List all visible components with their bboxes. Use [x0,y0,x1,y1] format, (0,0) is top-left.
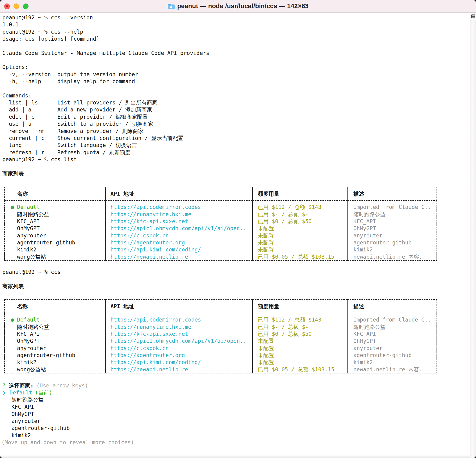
select-option[interactable]: kimik2 [2,432,469,439]
split-pane-icon [471,15,475,18]
table-row: ●Default https://api.codemirror.codes 已用… [4,200,437,211]
select-option[interactable]: agentrouter-github [2,424,469,432]
terminal-line: edit | e Edit a provider / 编辑商家配置 [2,113,469,120]
provider-quota: 未配置 [253,246,347,253]
blank-line [2,163,469,170]
active-dot-icon: ● [11,204,14,210]
terminal-line [2,57,469,64]
provider-quota: 已用 $0.05 / 总额 $103.15 [253,253,347,260]
provider-name-cell: ●agentrouter-github [4,239,106,246]
terminal-line: peanut@192 ~ % ccs list [2,156,469,163]
terminal-line: lang Switch language / 切换语言 [2,142,469,149]
minimize-button[interactable] [14,3,19,9]
select-option-selected[interactable]: ❯Default(当前) [2,389,469,396]
table-row: ●OhMyGPT https://apic1.ohmycdn.com/api/v… [4,225,437,232]
terminal-line: -h, --help display help for command [2,78,469,85]
traffic-lights [4,0,28,13]
question-mark-icon: ? [2,382,6,389]
provider-url[interactable]: https://api.codemirror.codes [106,313,253,323]
col-header-name: 名称 [4,300,106,313]
provider-name-cell: ●anyrouter [4,232,106,239]
terminal-line: current | c Show current configuration /… [2,135,469,142]
provider-url[interactable]: https://api.codemirror.codes [106,200,253,211]
terminal-line: Usage: ccs [options] [command] [2,35,469,42]
provider-url[interactable]: https://c.cspok.cn [106,345,253,352]
provider-table-2: 名称 API 地址 额度用量 描述 ●Default https://api.c… [4,299,437,373]
table-row: ●wong公益站 https://newapi.netlib.re 已用 $0.… [4,253,437,260]
terminal-line: Commands: [2,92,469,99]
provider-name: anyrouter [17,345,46,351]
table-row: ●KFC_API https://kfc-api.sxxe.net 已用 $0 … [4,218,437,225]
terminal-line: Claude Code Switcher - Manage multiple C… [2,50,469,57]
provider-url[interactable]: https://apic1.ohmycdn.com/api/v1/ai/open… [106,225,253,232]
provider-quota: 已用 $- / 总额 $- [253,211,347,218]
provider-desc: Imported from Claude C.. [347,313,437,323]
provider-url[interactable]: https://newapi.netlib.re [106,253,253,260]
provider-name-cell: ●OhMyGPT [4,337,106,345]
terminal-line: list | ls List all providers / 列出所有商家 [2,99,469,106]
table-header-row: 名称 API 地址 额度用量 描述 [4,300,437,313]
maximize-button[interactable] [23,3,28,9]
select-footer-hint: (Move up and down to reveal more choices… [1,439,469,446]
provider-name: OhMyGPT [17,225,40,231]
table-row: ●kimik2 https://api.kimi.com/coding/ 未配置… [4,359,437,366]
select-option[interactable]: OhMyGPT [2,411,469,418]
terminal-window: peanut — node /usr/local/bin/ccs — 142×6… [0,0,476,458]
provider-quota: 未配置 [253,337,347,345]
provider-name-cell: ●KFC_API [4,218,106,225]
table-row: ●agentrouter-github https://agentrouter.… [4,352,437,359]
select-option[interactable]: anyrouter [2,418,469,424]
provider-select-prompt: ?选择商家:(Use arrow keys) ❯Default(当前) 随时跑路… [2,382,469,446]
select-option[interactable]: 随时跑路公益 [2,396,469,403]
provider-url[interactable]: https://runanytime.hxi.me [106,211,253,218]
col-header-name: 名称 [4,187,106,200]
table-row: ●随时跑路公益 https://runanytime.hxi.me 已用 $- … [4,211,437,218]
table-row: ●kimik2 https://api.kimi.com/coding/ 未配置… [4,246,437,253]
provider-name-cell: ●Default [4,313,106,323]
provider-url[interactable]: https://agentrouter.org [106,239,253,246]
list-heading: 商家列表 [2,283,469,290]
provider-url[interactable]: https://c.cspok.cn [106,232,253,239]
provider-name-cell: ●Default [4,200,106,211]
provider-url[interactable]: https://kfc-api.sxxe.net [106,218,253,225]
provider-desc: kimik2 [347,246,437,253]
provider-name-cell: ●OhMyGPT [4,225,106,232]
provider-desc: OhMyGPT [347,337,437,345]
provider-url[interactable]: https://runanytime.hxi.me [106,323,253,330]
provider-url[interactable]: https://api.kimi.com/coding/ [106,246,253,253]
table-row: ●KFC_API https://kfc-api.sxxe.net 已用 $0 … [4,330,437,337]
provider-name-cell: ●随时跑路公益 [4,323,106,330]
selected-option-label: Default [9,389,32,396]
col-header-desc: 描述 [347,300,437,313]
provider-desc: anyrouter [347,232,437,239]
col-header-desc: 描述 [347,187,437,200]
close-button[interactable] [4,3,10,9]
provider-name: wong公益站 [17,366,46,372]
provider-url[interactable]: https://api.kimi.com/coding/ [106,359,253,366]
blank-line [2,290,469,297]
split-pane-button[interactable] [470,13,476,20]
provider-desc: agentrouter-github [347,239,437,246]
blank-line [2,177,469,184]
provider-name-cell: ●KFC_API [4,330,106,337]
table-row: ●随时跑路公益 https://runanytime.hxi.me 已用 $- … [4,323,437,330]
provider-quota: 未配置 [253,232,347,239]
provider-quota: 已用 $0 / 总额 $50 [253,330,347,337]
provider-name: agentrouter-github [17,352,75,358]
table-row: ●wong公益站 https://newapi.netlib.re 已用 $0.… [4,366,437,373]
provider-quota: 已用 $112 / 总额 $143 [253,200,347,211]
provider-name-cell: ●kimik2 [4,246,106,253]
provider-url[interactable]: https://agentrouter.org [106,352,253,359]
shell-prompt: peanut@192 ~ % ccs [2,268,469,276]
scrollbar[interactable] [470,13,476,458]
col-header-url: API 地址 [106,300,253,313]
provider-name-cell: ●anyrouter [4,345,106,352]
provider-quota: 未配置 [253,225,347,232]
provider-url[interactable]: https://kfc-api.sxxe.net [106,330,253,337]
provider-url[interactable]: https://newapi.netlib.re [106,366,253,373]
provider-quota: 未配置 [253,345,347,352]
select-option[interactable]: KFC_API [2,403,469,410]
col-header-quota: 额度用量 [253,187,347,200]
title-bar: peanut — node /usr/local/bin/ccs — 142×6… [0,0,476,13]
provider-url[interactable]: https://apic1.ohmycdn.com/api/v1/ai/open… [106,337,253,345]
